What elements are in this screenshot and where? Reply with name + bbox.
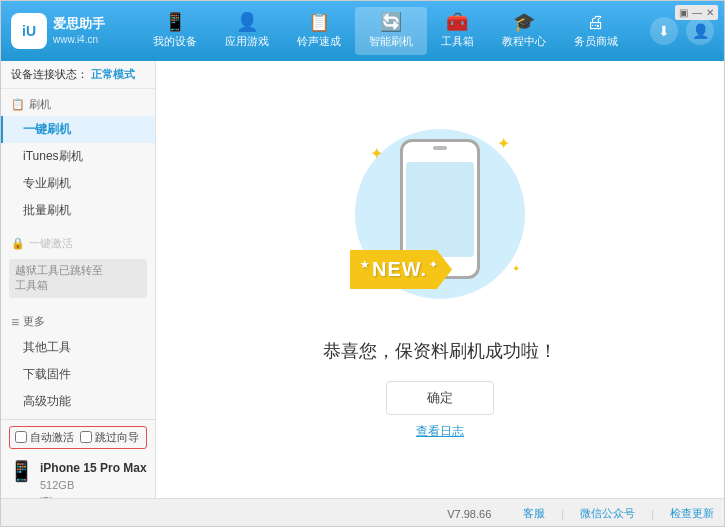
status-bar: 设备连接状态： 正常模式 <box>1 61 155 89</box>
sidebar-more-header: ≡ 更多 <box>1 310 155 334</box>
footer-wechat-link[interactable]: 微信公众号 <box>580 506 635 521</box>
sidebar-batch-brush[interactable]: 批量刷机 <box>1 197 155 224</box>
more-section-label: 更多 <box>23 314 45 329</box>
sidebar-bottom: 自动激活 跳过向导 📱 iPhone 15 Pro Max 512GB iPho… <box>1 419 155 498</box>
smart-brush-icon: 🔄 <box>380 13 402 31</box>
status-value: 正常模式 <box>91 68 135 80</box>
footer-divider-3: | <box>651 508 654 520</box>
sparkle-bottomright-icon: ✦ <box>512 263 520 274</box>
footer-check-update-link[interactable]: 检查更新 <box>670 506 714 521</box>
success-text: 恭喜您，保资料刷机成功啦！ <box>323 339 557 363</box>
more-section-icon: ≡ <box>11 314 19 330</box>
nav-apps-games-label: 应用游戏 <box>225 34 269 49</box>
auto-activate-checkbox[interactable]: 自动激活 <box>15 430 74 445</box>
user-button[interactable]: 👤 <box>686 17 714 45</box>
nav-smart-brush-label: 智能刷机 <box>369 34 413 49</box>
nav-ringtone-label: 铃声速成 <box>297 34 341 49</box>
download-button[interactable]: ⬇ <box>650 17 678 45</box>
nav-my-device[interactable]: 📱 我的设备 <box>139 7 211 55</box>
footer: V7.98.66 客服 | 微信公众号 | 检查更新 <box>1 498 724 527</box>
nav-tutorial-label: 教程中心 <box>502 34 546 49</box>
main-nav: 📱 我的设备 👤 应用游戏 📋 铃声速成 🔄 智能刷机 🧰 工具箱 🎓 <box>120 7 650 55</box>
nav-my-device-label: 我的设备 <box>153 34 197 49</box>
sidebar-brush-section: 📋 刷机 一键刷机 iTunes刷机 专业刷机 批量刷机 <box>1 89 155 228</box>
device-phone-icon: 📱 <box>9 459 34 483</box>
ringtone-icon: 📋 <box>308 13 330 31</box>
activate-section-icon: 🔒 <box>11 237 25 250</box>
brush-section-icon: 📋 <box>11 98 25 111</box>
sidebar-pro-brush[interactable]: 专业刷机 <box>1 170 155 197</box>
brush-section-label: 刷机 <box>29 97 51 112</box>
sidebar-itunes-brush[interactable]: iTunes刷机 <box>1 143 155 170</box>
sidebar-other-tools[interactable]: 其他工具 <box>1 334 155 361</box>
sidebar-activate-section: 🔒 一键激活 越狱工具已跳转至工具箱 <box>1 228 155 306</box>
service-icon: 🖨 <box>587 13 605 31</box>
sidebar-more-section: ≡ 更多 其他工具 下载固件 高级功能 <box>1 306 155 419</box>
sidebar-activate-header: 🔒 一键激活 <box>1 232 155 255</box>
nav-toolbox-label: 工具箱 <box>441 34 474 49</box>
tutorial-icon: 🎓 <box>513 13 535 31</box>
logo-icon: iU <box>11 13 47 49</box>
footer-version: V7.98.66 <box>447 508 491 520</box>
footer-right: V7.98.66 客服 | 微信公众号 | 检查更新 <box>447 506 714 521</box>
device-name: iPhone 15 Pro Max <box>40 459 147 477</box>
auto-activate-label: 自动激活 <box>30 430 74 445</box>
phone-screen <box>406 162 474 257</box>
skip-guide-input[interactable] <box>80 431 92 443</box>
confirm-button[interactable]: 确定 <box>386 381 494 415</box>
sidebar-brush-header: 📋 刷机 <box>1 93 155 116</box>
sidebar: 设备连接状态： 正常模式 📋 刷机 一键刷机 iTunes刷机 专业刷机 批量刷… <box>1 61 156 498</box>
my-device-icon: 📱 <box>164 13 186 31</box>
app-header: iU 爱思助手 www.i4.cn 📱 我的设备 👤 应用游戏 📋 铃声速成 🔄 <box>1 1 724 61</box>
nav-service[interactable]: 🖨 务员商城 <box>560 7 632 55</box>
toolbox-icon: 🧰 <box>446 13 468 31</box>
sidebar-download-firmware[interactable]: 下载固件 <box>1 361 155 388</box>
main-layout: 设备连接状态： 正常模式 📋 刷机 一键刷机 iTunes刷机 专业刷机 批量刷… <box>1 61 724 498</box>
device-info: 📱 iPhone 15 Pro Max 512GB iPhone <box>9 455 147 498</box>
sidebar-advanced[interactable]: 高级功能 <box>1 388 155 415</box>
nav-smart-brush[interactable]: 🔄 智能刷机 <box>355 7 427 55</box>
new-badge: NEW. <box>350 250 452 289</box>
auto-activate-input[interactable] <box>15 431 27 443</box>
header-right: ⬇ 👤 <box>650 17 714 45</box>
phone-illustration: ✦ ✦ ✦ NEW. <box>350 119 530 319</box>
sidebar-one-key-brush[interactable]: 一键刷机 <box>1 116 155 143</box>
app-logo: iU 爱思助手 www.i4.cn <box>11 13 105 49</box>
content-area: ✦ ✦ ✦ NEW. 恭喜您，保资料刷机成功啦！ 确定 查看日志 <box>156 61 724 498</box>
window-controls: ▣ — ✕ <box>675 5 718 20</box>
nav-ringtone[interactable]: 📋 铃声速成 <box>283 7 355 55</box>
footer-qq-link[interactable]: 客服 <box>523 506 545 521</box>
nav-apps-games[interactable]: 👤 应用游戏 <box>211 7 283 55</box>
sparkle-topleft-icon: ✦ <box>370 144 383 163</box>
nav-tutorial[interactable]: 🎓 教程中心 <box>488 7 560 55</box>
activate-section-label: 一键激活 <box>29 236 73 251</box>
nav-toolbox[interactable]: 🧰 工具箱 <box>427 7 488 55</box>
skip-guide-label: 跳过向导 <box>95 430 139 445</box>
nav-service-label: 务员商城 <box>574 34 618 49</box>
view-log-link[interactable]: 查看日志 <box>416 423 464 440</box>
logo-text-line1: 爱思助手 <box>53 16 105 33</box>
status-prefix: 设备连接状态： <box>11 68 88 80</box>
device-storage: 512GB <box>40 477 147 494</box>
logo-text-line2: www.i4.cn <box>53 33 105 46</box>
apps-games-icon: 👤 <box>236 13 258 31</box>
auto-activate-row: 自动激活 跳过向导 <box>9 426 147 449</box>
sparkle-topright-icon: ✦ <box>497 134 510 153</box>
device-type: iPhone <box>40 493 147 498</box>
skip-guide-checkbox[interactable]: 跳过向导 <box>80 430 139 445</box>
activate-notice: 越狱工具已跳转至工具箱 <box>9 259 147 298</box>
footer-divider-2: | <box>561 508 564 520</box>
